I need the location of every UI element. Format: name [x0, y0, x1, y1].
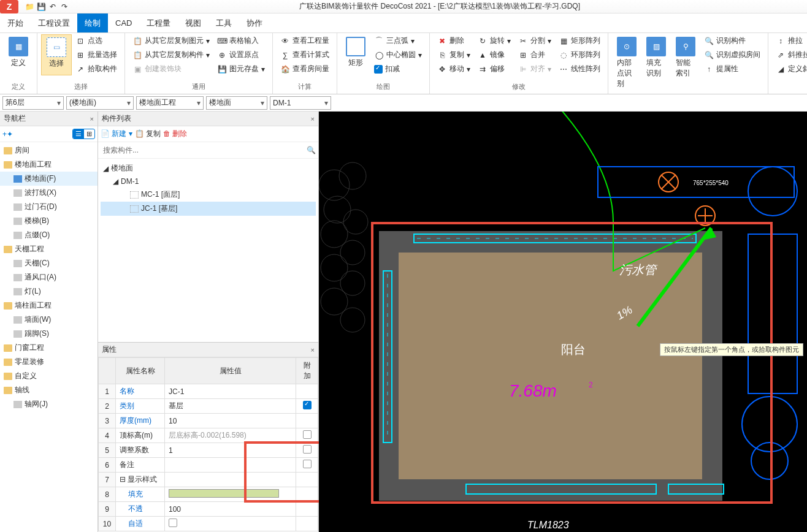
property-row[interactable]: 4顶标高(m)层底标高-0.002(16.598): [99, 428, 318, 443]
define-button[interactable]: ▦ 定义: [4, 34, 33, 70]
rect-array-button[interactable]: ▦矩形阵列: [555, 34, 604, 47]
checkbox[interactable]: [303, 460, 312, 468]
copy-from-layer-comp-button[interactable]: 📋从其它层复制构件 ▾: [129, 48, 213, 61]
prop-value[interactable]: [165, 458, 296, 473]
set-origin-button[interactable]: ⊕设置原点: [213, 48, 269, 61]
batch-select-button[interactable]: ⊞批量选择: [72, 48, 121, 61]
copy-from-layer-elem-button[interactable]: 📋从其它层复制图元 ▾: [129, 34, 213, 47]
menu-view[interactable]: 视图: [178, 13, 208, 32]
recognize-virtual-room-button[interactable]: 🔍识别虚拟房间: [700, 48, 764, 61]
comp-tree-root[interactable]: ◢ 楼地面: [101, 161, 316, 175]
new-component-button[interactable]: 📄 新建 ▾: [101, 129, 132, 139]
nav-group[interactable]: 门窗工程: [0, 341, 98, 355]
nav-item[interactable]: 波打线(X): [0, 186, 98, 200]
save-elem-button[interactable]: 💾图元存盘 ▾: [213, 63, 269, 75]
nav-add-icon[interactable]: +✦: [2, 130, 13, 139]
nav-item[interactable]: 轴网(J): [0, 397, 98, 411]
nav-item[interactable]: 通风口(A): [0, 270, 98, 284]
offset-button[interactable]: ⇉偏移: [474, 63, 514, 75]
category-dropdown[interactable]: (楼地面)▾: [66, 96, 134, 110]
nav-item[interactable]: 楼地面(F): [0, 172, 98, 186]
nav-item[interactable]: 过门石(D): [0, 200, 98, 214]
nav-item[interactable]: 天棚(C): [0, 256, 98, 270]
qat-open-icon[interactable]: 📁: [25, 2, 34, 12]
three-point-arc-button[interactable]: ⌒三点弧 ▾: [370, 34, 426, 47]
menu-quantity[interactable]: 工程量: [139, 13, 178, 32]
nav-item[interactable]: 墙面(W): [0, 313, 98, 327]
nav-item[interactable]: 踢脚(S): [0, 327, 98, 341]
smart-index-button[interactable]: ⚲智能索引: [671, 34, 700, 91]
menu-draw[interactable]: 绘制: [77, 13, 108, 32]
merge-button[interactable]: ⊞合并: [514, 48, 555, 61]
properties-close-icon[interactable]: ×: [311, 346, 315, 354]
comp-tree-item-jc1[interactable]: JC-1 [基层]: [101, 202, 316, 216]
prop-value[interactable]: JC-1: [165, 384, 296, 399]
mirror-button[interactable]: ▲镜像: [474, 48, 514, 61]
point-select-button[interactable]: ⊡点选: [72, 34, 121, 47]
property-row[interactable]: 3厚度(mm)10: [99, 414, 318, 428]
property-row[interactable]: 5调整系数1: [99, 443, 318, 458]
copy-button[interactable]: ⎘复制 ▾: [434, 48, 474, 61]
prop-value[interactable]: 10: [165, 414, 296, 428]
checkbox-checked[interactable]: [303, 401, 312, 409]
center-ellipse-button[interactable]: ◯中心椭圆 ▾: [370, 48, 426, 61]
deduct-button[interactable]: 扣减: [370, 63, 426, 75]
prop-value[interactable]: [165, 517, 296, 531]
nav-group[interactable]: 轴线: [0, 383, 98, 397]
nav-group[interactable]: 自定义: [0, 369, 98, 383]
property-row[interactable]: 9不透100: [99, 502, 318, 517]
search-icon[interactable]: 🔍: [307, 146, 316, 154]
prop-value[interactable]: 100: [165, 502, 296, 517]
qat-redo-icon[interactable]: ↷: [59, 2, 69, 12]
project-dropdown[interactable]: 楼地面工程▾: [136, 96, 204, 110]
search-input[interactable]: [101, 143, 307, 157]
menu-collab[interactable]: 协作: [239, 13, 270, 32]
drawing-canvas[interactable]: 765*255*540 污水管 1% 阳台: [319, 112, 807, 532]
table-input-button[interactable]: ⌨表格输入: [213, 34, 269, 47]
pick-component-button[interactable]: ↗拾取构件: [72, 63, 121, 75]
property-row[interactable]: 8填充: [99, 487, 318, 502]
view-quantity-button[interactable]: 👁查看工程量: [277, 34, 333, 47]
select-button[interactable]: ▭ 选择: [41, 34, 72, 75]
create-decor-block-button[interactable]: ▣创建装饰块: [129, 63, 213, 75]
menu-start[interactable]: 开始: [0, 13, 31, 32]
align-button[interactable]: ⊫对齐 ▾: [514, 63, 555, 75]
prop-value[interactable]: 1: [165, 443, 296, 458]
linear-array-button[interactable]: ⋯线性阵列: [555, 63, 604, 75]
comp-tree-child[interactable]: ◢ DM-1: [101, 175, 316, 188]
nav-item[interactable]: 灯(L): [0, 284, 98, 298]
push-pull-button[interactable]: ↕推拉: [772, 34, 807, 47]
property-row[interactable]: 10自适: [99, 517, 318, 531]
property-row[interactable]: 2类别基层: [99, 399, 318, 414]
prop-value[interactable]: 基层: [165, 399, 296, 414]
prop-value[interactable]: [165, 473, 296, 487]
define-slope-button[interactable]: ◢定义斜面: [772, 63, 807, 75]
floor-dropdown[interactable]: 第6层▾: [2, 96, 64, 110]
fill-recognize-button[interactable]: ▨填充识别: [641, 34, 671, 91]
inner-point-recognize-button[interactable]: ⊙内部点识别: [612, 34, 641, 91]
qat-undo-icon[interactable]: ↶: [48, 2, 58, 12]
property-row[interactable]: 7⊟ 显示样式: [99, 473, 318, 487]
nav-close-icon[interactable]: ×: [90, 115, 94, 123]
recognize-component-button[interactable]: 🔍识别构件: [700, 34, 764, 47]
move-button[interactable]: ✥移动 ▾: [434, 63, 474, 75]
nav-item[interactable]: 楼梯(B): [0, 214, 98, 228]
nav-group[interactable]: 楼地面工程: [0, 158, 98, 172]
menu-cad[interactable]: CAD: [108, 13, 139, 32]
property-row[interactable]: 1名称JC-1: [99, 384, 318, 399]
extract-attr-button[interactable]: ↑提属性: [700, 63, 764, 75]
copy-component-button[interactable]: 📋 复制: [135, 129, 161, 139]
nav-group[interactable]: 天棚工程: [0, 242, 98, 256]
checkbox[interactable]: [303, 430, 312, 439]
view-room-qty-button[interactable]: 🏠查看房间量: [277, 63, 333, 75]
color-swatch[interactable]: [169, 489, 279, 498]
oblique-push-button[interactable]: ⇗斜推拉: [772, 48, 807, 61]
type-dropdown[interactable]: 楼地面▾: [206, 96, 267, 110]
delete-component-button[interactable]: 🗑 删除: [163, 129, 187, 139]
delete-button[interactable]: ✖删除: [434, 34, 474, 47]
mini-checkbox[interactable]: [169, 519, 177, 527]
comp-tree-item-mc1[interactable]: MC-1 [面层]: [101, 188, 316, 202]
qat-save-icon[interactable]: 💾: [36, 2, 46, 12]
checkbox[interactable]: [303, 445, 312, 454]
prop-value[interactable]: [165, 487, 296, 502]
